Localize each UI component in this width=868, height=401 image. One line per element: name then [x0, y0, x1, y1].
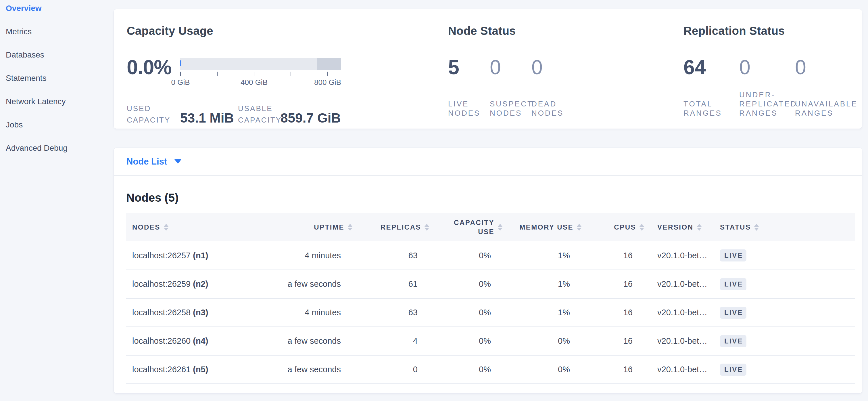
- column-header-memory-use[interactable]: MEMORY USE: [502, 213, 582, 241]
- node-address-link[interactable]: localhost:26261: [132, 365, 191, 374]
- node-status-section: Node Status 5 0 0 LIVE NODES: [448, 23, 678, 128]
- capacity-bar-dark-segment: [317, 58, 341, 70]
- node-id: (n1): [193, 251, 208, 260]
- replication-status-title: Replication Status: [683, 23, 860, 38]
- axis-tick-label: 800 GiB: [314, 78, 341, 87]
- capacity-use-cell: 0%: [429, 327, 502, 355]
- replication-label: TOTAL RANGES: [683, 99, 739, 118]
- node-list-dropdown[interactable]: Node List: [126, 156, 181, 167]
- node-table-row: localhost:26260 (n4) a few seconds 4 0% …: [126, 327, 855, 355]
- replicas-cell: 63: [352, 298, 429, 327]
- replication-value: 0: [739, 57, 795, 77]
- memory-use-cell: 1%: [502, 270, 582, 298]
- sidebar-item[interactable]: Overview: [0, 0, 114, 20]
- node-name-cell: localhost:26258 (n3): [126, 298, 282, 327]
- node-address-link[interactable]: localhost:26257: [132, 251, 191, 260]
- capacity-use-cell: 0%: [429, 241, 502, 270]
- status-badge: LIVE: [720, 307, 746, 319]
- cpus-cell: 16: [582, 270, 644, 298]
- sort-icon: [697, 224, 702, 231]
- sort-icon: [498, 224, 502, 231]
- column-header-status[interactable]: STATUS: [713, 213, 855, 241]
- capacity-bar-track: [180, 58, 341, 70]
- sidebar-item[interactable]: Databases: [0, 43, 114, 66]
- sidebar-item[interactable]: Jobs: [0, 113, 114, 136]
- column-header-replicas[interactable]: REPLICAS: [352, 213, 429, 241]
- sidebar-item[interactable]: Statements: [0, 66, 114, 90]
- axis-tick: [217, 71, 218, 76]
- node-status-values: 5 0 0: [448, 57, 573, 77]
- replicas-cell: 4: [352, 327, 429, 355]
- sort-icon: [164, 224, 168, 231]
- cpus-cell: 16: [582, 355, 644, 384]
- replication-label: UNAVAILABLE RANGES: [795, 99, 851, 118]
- cluster-overview-card: Capacity Usage 0.0% 0 GiB 400 GiB 800 Gi…: [114, 9, 862, 129]
- sort-icon: [640, 224, 644, 231]
- view-selector-toolbar: Node List: [114, 148, 862, 176]
- replication-status-section: Replication Status 64 0 0 TOTAL RANGES: [683, 23, 860, 128]
- cpus-cell: 16: [582, 298, 644, 327]
- nodes-table-wrap: NODES UPTIME REPLICAS: [126, 213, 854, 384]
- status-cell: LIVE: [713, 327, 855, 355]
- replicas-cell: 0: [352, 355, 429, 384]
- capacity-use-cell: 0%: [429, 298, 502, 327]
- sidebar-item[interactable]: Network Latency: [0, 90, 114, 113]
- capacity-axis: 0 GiB 400 GiB 800 GiB: [180, 71, 341, 89]
- sidebar-item[interactable]: Metrics: [0, 20, 114, 43]
- memory-use-cell: 0%: [502, 355, 582, 384]
- version-cell: v20.1.0-bet…: [644, 298, 713, 327]
- replication-value: 64: [683, 57, 739, 77]
- status-cell: LIVE: [713, 298, 855, 327]
- replicas-cell: 61: [352, 270, 429, 298]
- node-address-link[interactable]: localhost:26259: [132, 279, 191, 289]
- node-name-cell: localhost:26260 (n4): [126, 327, 282, 355]
- version-cell: v20.1.0-bet…: [644, 327, 713, 355]
- node-name-cell: localhost:26261 (n5): [126, 355, 282, 384]
- status-badge: LIVE: [720, 250, 746, 261]
- memory-use-cell: 0%: [502, 327, 582, 355]
- replication-label: UNDER- REPLICATED RANGES: [739, 90, 795, 118]
- column-header-capacity-use[interactable]: CAPACITY USE: [429, 213, 502, 241]
- node-list-dropdown-label: Node List: [126, 156, 167, 167]
- memory-use-cell: 1%: [502, 241, 582, 270]
- capacity-chart-row: 0.0% 0 GiB 400 GiB 800 GiB: [127, 57, 341, 89]
- version-cell: v20.1.0-bet…: [644, 241, 713, 270]
- node-status-value: 0: [531, 57, 573, 77]
- node-name-cell: localhost:26257 (n1): [126, 241, 282, 270]
- node-name-cell: localhost:26259 (n2): [126, 270, 282, 298]
- node-address-link[interactable]: localhost:26258: [132, 308, 191, 317]
- sidebar-item[interactable]: Advanced Debug: [0, 136, 114, 160]
- node-status-label: DEAD NODES: [531, 99, 573, 118]
- uptime-cell: a few seconds: [282, 270, 352, 298]
- sidebar: Overview Metrics Databases Statements Ne…: [0, 0, 114, 401]
- sort-icon: [348, 224, 352, 231]
- column-header-cpus[interactable]: CPUS: [582, 213, 644, 241]
- version-cell: v20.1.0-bet…: [644, 355, 713, 384]
- node-address-link[interactable]: localhost:26260: [132, 336, 191, 345]
- usable-capacity-label: USABLE CAPACITY: [238, 103, 281, 126]
- node-status-labels: LIVE NODES SUSPECT NODES DEAD NODES: [448, 99, 573, 118]
- nodes-table: NODES UPTIME REPLICAS: [126, 213, 855, 384]
- node-id: (n4): [193, 336, 208, 345]
- column-header-nodes[interactable]: NODES: [126, 213, 282, 241]
- node-table-row: localhost:26257 (n1) 4 minutes 63 0% 1% …: [126, 241, 855, 270]
- column-header-version[interactable]: VERSION: [644, 213, 713, 241]
- node-list-card: Node List Nodes (5) NODES: [114, 148, 862, 394]
- replication-labels: TOTAL RANGES UNDER- REPLICATED RANGES UN…: [683, 90, 851, 118]
- node-status-label: LIVE NODES: [448, 99, 490, 118]
- chevron-down-icon: [175, 160, 181, 164]
- axis-tick-label: 0 GiB: [171, 78, 190, 87]
- node-id: (n2): [193, 279, 208, 289]
- node-status-value: 5: [448, 57, 490, 77]
- node-status-value: 0: [490, 57, 531, 77]
- status-badge: LIVE: [720, 278, 746, 290]
- column-header-uptime[interactable]: UPTIME: [282, 213, 352, 241]
- node-table-row: localhost:26261 (n5) a few seconds 0 0% …: [126, 355, 855, 384]
- replicas-cell: 63: [352, 241, 429, 270]
- node-status-title: Node Status: [448, 23, 678, 38]
- status-badge: LIVE: [720, 335, 746, 347]
- status-cell: LIVE: [713, 270, 855, 298]
- used-capacity-label: USED CAPACITY: [127, 103, 180, 126]
- replication-value: 0: [795, 57, 851, 77]
- node-id: (n3): [193, 308, 208, 317]
